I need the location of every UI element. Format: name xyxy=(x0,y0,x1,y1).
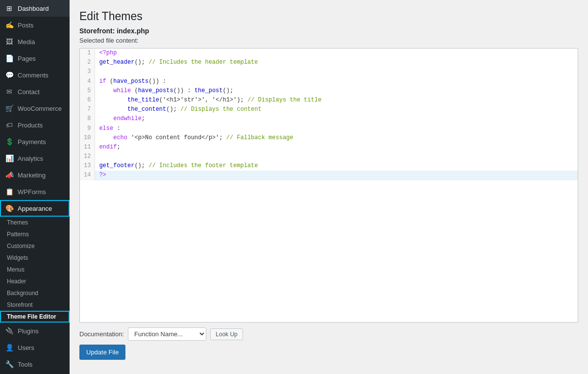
update-file-button[interactable]: Update File xyxy=(79,345,125,360)
products-icon: 🏷 xyxy=(5,121,14,129)
contact-icon: ✉ xyxy=(5,87,14,96)
sidebar-item-label: Analytics xyxy=(18,155,43,162)
selected-file-label: Selected file content: xyxy=(79,37,578,44)
table-row: 5 while (have_posts()) : the_post(); xyxy=(80,86,578,96)
wpforms-icon: 📋 xyxy=(5,187,14,196)
line-number: 7 xyxy=(80,105,95,114)
analytics-icon: 📊 xyxy=(5,154,14,163)
line-number: 6 xyxy=(80,96,95,105)
code-table: 1<?php2get_header(); // Includes the hea… xyxy=(80,49,578,180)
sidebar-item-woocommerce[interactable]: 🛒 WooCommerce xyxy=(0,100,70,117)
comments-icon: 💬 xyxy=(5,71,14,79)
submenu-patterns[interactable]: Patterns xyxy=(0,228,70,240)
sidebar-item-pages[interactable]: 📄 Pages xyxy=(0,50,70,67)
woocommerce-icon: 🛒 xyxy=(5,104,14,113)
line-number: 1 xyxy=(80,49,95,58)
table-row: 7 the_content(); // Displays the content xyxy=(80,105,578,114)
line-number: 2 xyxy=(80,58,95,67)
table-row: 9else : xyxy=(80,124,578,133)
line-code: get_footer(); // Includes the footer tem… xyxy=(95,161,578,171)
table-row: 11endif; xyxy=(80,143,578,152)
plugins-icon: 🔌 xyxy=(5,326,14,335)
sidebar-item-appearance[interactable]: 🎨 Appearance xyxy=(0,200,70,217)
documentation-row: Documentation: Function Name... Look Up xyxy=(79,327,578,341)
sidebar-item-posts[interactable]: ✍ Posts xyxy=(0,17,70,33)
sidebar-item-label: Marketing xyxy=(18,172,46,179)
sidebar-item-users[interactable]: 👤 Users xyxy=(0,339,70,356)
table-row: 12 xyxy=(80,152,578,161)
table-row: 2get_header(); // Includes the header te… xyxy=(80,58,578,67)
sidebar-item-label: Pages xyxy=(18,55,36,62)
sidebar-item-products[interactable]: 🏷 Products xyxy=(0,117,70,133)
sidebar-item-plugins[interactable]: 🔌 Plugins xyxy=(0,323,70,339)
sidebar-item-label: Contact xyxy=(18,88,40,96)
line-number: 10 xyxy=(80,133,95,143)
line-code: if (have_posts()) : xyxy=(95,77,578,86)
line-number: 11 xyxy=(80,143,95,152)
submenu-theme-file-editor[interactable]: Theme File Editor xyxy=(0,311,70,323)
line-number: 13 xyxy=(80,161,95,171)
sidebar-item-payments[interactable]: 💲 Payments xyxy=(0,133,70,150)
sidebar-item-label: Users xyxy=(18,344,34,351)
submenu-menus[interactable]: Menus xyxy=(0,264,70,275)
sidebar-item-label: Dashboard xyxy=(18,5,49,12)
table-row: 3 xyxy=(80,67,578,76)
file-subtitle: Storefront: index.php xyxy=(79,27,578,35)
sidebar-item-contact[interactable]: ✉ Contact xyxy=(0,83,70,100)
code-editor[interactable]: 1<?php2get_header(); // Includes the hea… xyxy=(79,48,578,323)
line-code: the_title('<h1>'str'>', '</h1>'); // Dis… xyxy=(95,96,578,105)
line-code: get_header(); // Includes the header tem… xyxy=(95,58,578,67)
posts-icon: ✍ xyxy=(5,21,14,29)
sidebar-item-analytics[interactable]: 📊 Analytics xyxy=(0,150,70,167)
sidebar-item-label: Media xyxy=(18,38,35,46)
line-number: 3 xyxy=(80,67,95,76)
sidebar-item-marketing[interactable]: 📣 Marketing xyxy=(0,167,70,183)
line-number: 4 xyxy=(80,77,95,86)
dashboard-icon: ⊞ xyxy=(5,4,14,13)
submenu-storefront[interactable]: Storefront xyxy=(0,299,70,311)
sidebar-item-label: Posts xyxy=(18,22,34,29)
line-code: while (have_posts()) : the_post(); xyxy=(95,86,578,96)
table-row: 8 endwhile; xyxy=(80,114,578,124)
line-code xyxy=(95,152,578,161)
sidebar-item-label: WooCommerce xyxy=(18,105,62,112)
sidebar-item-label: Comments xyxy=(18,72,49,79)
tools-icon: 🔧 xyxy=(5,360,14,369)
submenu-themes[interactable]: Themes xyxy=(0,217,70,228)
payments-icon: 💲 xyxy=(5,137,14,146)
line-number: 8 xyxy=(80,114,95,124)
sidebar-item-label: WPForms xyxy=(18,188,46,196)
line-number: 12 xyxy=(80,152,95,161)
look-up-button[interactable]: Look Up xyxy=(210,328,243,340)
submenu-header[interactable]: Header xyxy=(0,275,70,287)
line-number: 9 xyxy=(80,124,95,133)
line-code: else : xyxy=(95,124,578,133)
function-name-select[interactable]: Function Name... xyxy=(128,327,206,341)
line-number: 5 xyxy=(80,86,95,96)
sidebar-item-comments[interactable]: 💬 Comments xyxy=(0,67,70,83)
sidebar-item-dashboard[interactable]: ⊞ Dashboard xyxy=(0,0,70,17)
submenu-customize[interactable]: Customize xyxy=(0,240,70,252)
sidebar-item-label: Tools xyxy=(18,361,32,368)
users-icon: 👤 xyxy=(5,343,14,352)
line-number: 14 xyxy=(80,171,95,180)
sidebar-item-label: Appearance xyxy=(18,205,52,212)
page-title: Edit Themes xyxy=(79,10,578,23)
submenu-background[interactable]: Background xyxy=(0,287,70,299)
appearance-icon: 🎨 xyxy=(5,204,14,213)
submenu-widgets[interactable]: Widgets xyxy=(0,252,70,264)
line-code: endif; xyxy=(95,143,578,152)
line-code: ?> xyxy=(95,171,578,180)
sidebar-item-wpforms[interactable]: 📋 WPForms xyxy=(0,183,70,200)
main-content: Edit Themes Storefront: index.php Select… xyxy=(70,0,588,374)
line-code: endwhile; xyxy=(95,114,578,124)
marketing-icon: 📣 xyxy=(5,171,14,179)
sidebar-item-tools[interactable]: 🔧 Tools xyxy=(0,356,70,373)
line-code: the_content(); // Displays the content xyxy=(95,105,578,114)
table-row: 14?> xyxy=(80,171,578,180)
doc-label: Documentation: xyxy=(79,330,124,338)
pages-icon: 📄 xyxy=(5,54,14,63)
table-row: 1<?php xyxy=(80,49,578,58)
sidebar-item-media[interactable]: 🖼 Media xyxy=(0,33,70,50)
media-icon: 🖼 xyxy=(5,37,14,46)
